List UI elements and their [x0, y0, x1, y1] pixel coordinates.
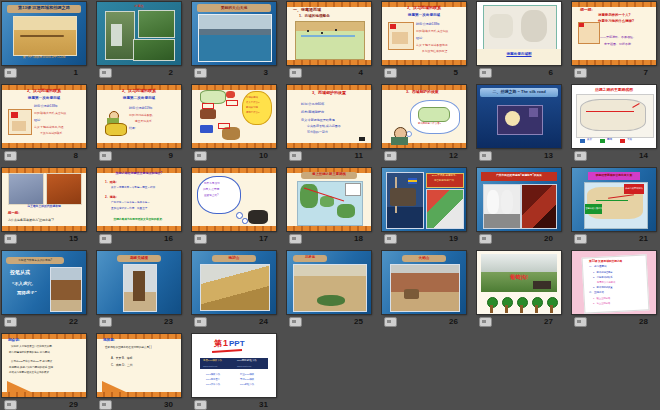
slide-thumbnail-20[interactable]: 广州市民近距离感受“哥德堡号”的风采 — [477, 168, 561, 231]
notebook-paper — [582, 254, 650, 313]
transition-icon[interactable] — [289, 234, 302, 244]
slide-footer: 9 — [97, 150, 181, 162]
transition-icon[interactable] — [479, 317, 492, 327]
slide-thumbnail-18[interactable]: 海上丝绸之路主要路线 — [287, 168, 371, 231]
transition-icon[interactable] — [574, 68, 587, 78]
slide-thumbnail-13[interactable]: 二、丝绸之路 ~ The silk road — [477, 85, 561, 148]
transition-icon[interactable] — [99, 151, 112, 161]
transition-icon[interactable] — [574, 317, 587, 327]
slide-shape — [550, 305, 553, 313]
slide-thumbnail-12[interactable]: 3、西域都护的设置西域都护是个什么官? — [382, 85, 466, 148]
slide-footer: 23 — [97, 316, 181, 328]
slide-thumbnail-7[interactable]: 想一想:张骞是怎样的一个人?你要学习他的什么精神?——开拓进取、不畏艰险、忠于祖… — [572, 2, 656, 65]
slide-text: 1、陆路: — [105, 181, 117, 184]
slide-thumbnail-14[interactable]: 丝绸之路的主要路线图长安西域大秦 — [572, 85, 656, 148]
slide-thumbnail-21[interactable]: 班超经营西域和甘英出使大秦班超出使西域路线甘英出使大秦路线 — [572, 168, 656, 231]
slide-thumbnail-28[interactable]: 第13课 汉通西域和丝绸之路一、张骞通西域1、西域的地理概念2、汉与西域的联系张… — [572, 251, 656, 314]
slide-cell-20: 广州市民近距离感受“哥德堡号”的风采20 — [477, 168, 561, 246]
slide-thumbnail-24[interactable]: 鸣沙山 — [192, 251, 276, 314]
slide-thumbnail-27[interactable]: 葡萄沟! — [477, 251, 561, 314]
transition-icon[interactable] — [99, 400, 112, 410]
slide-title: 二、丝绸之路 ~ The silk road — [477, 90, 561, 95]
slide-text: 3、西域都护的设置 — [593, 286, 613, 289]
transition-icon[interactable] — [4, 151, 17, 161]
slide-sorter: 第13课 汉通西域和丝绸之路第一PPT模板网 WWW.1PPT.COM1张骞墓2… — [0, 0, 660, 410]
pomegranate — [226, 91, 235, 98]
transition-icon[interactable] — [99, 234, 112, 244]
transition-icon[interactable] — [289, 151, 302, 161]
photo-trees — [138, 10, 175, 38]
slide-thumbnail-26[interactable]: 火焰山 — [382, 251, 466, 314]
transition-icon[interactable] — [4, 400, 17, 410]
transition-icon[interactable] — [4, 234, 17, 244]
border-bottom — [382, 60, 466, 65]
transition-icon[interactable] — [289, 68, 302, 78]
photo-mountain — [390, 264, 460, 312]
slide-thumbnail-1[interactable]: 第13课 汉通西域和丝绸之路第一PPT模板网 WWW.1PPT.COM — [2, 2, 86, 65]
slide-thumbnail-30[interactable]: 选择题:世界闻名的丝绸之路在汉朝时的起点是( )A、长安 B、洛阳C、成都 D、… — [97, 334, 181, 397]
transition-icon[interactable] — [384, 317, 397, 327]
slide-text: www.1ppt.com — [237, 365, 251, 368]
transition-icon[interactable] — [99, 317, 112, 327]
transition-icon[interactable] — [574, 151, 587, 161]
slide-thumbnail-5[interactable]: 2、汉与西域的联系张骞第一次出使西域时间:公元前138年目的:联络大月氏,夹击匈… — [382, 2, 466, 65]
transition-icon[interactable] — [479, 151, 492, 161]
slide-thumbnail-15[interactable]: 马王堆出土的汉代丝绸衣物想一想:为什么这条商路被称为“丝绸之路”? — [2, 168, 86, 231]
transition-icon[interactable] — [384, 68, 397, 78]
transition-icon[interactable] — [4, 68, 17, 78]
transition-icon[interactable] — [99, 68, 112, 78]
slide-thumbnail-11[interactable]: 3、西域都护的设置时间:公元前60年机构:西域都护府意义:今新疆地区开始隶属中央… — [287, 85, 371, 148]
slide-thumbnail-8[interactable]: 2、汉与西域的联系张骞第一次出使西域时间:公元前138年目的:联络大月氏,夹击匈… — [2, 85, 86, 148]
slide-text: 甘英出使大秦路线 — [586, 207, 602, 209]
transition-icon[interactable] — [194, 68, 207, 78]
slide-text: 时间:公元前60年 — [301, 103, 325, 107]
slide-thumbnail-16[interactable]: 丝绸之路经过哪些主要地点和地区?1、陆路:长安→河西走廊→今新疆→西亚→欧洲2、… — [97, 168, 181, 231]
transition-icon[interactable] — [384, 234, 397, 244]
photo-dunes — [200, 264, 270, 311]
slide-thumbnail-17[interactable]: 如果你是汉朝的商人,会带哪些货物上路? — [192, 168, 276, 231]
slide-thumbnail-25[interactable]: 月牙泉 — [287, 251, 371, 314]
slide-text: 班超出使西域路线 — [625, 187, 644, 190]
slide-text: 之路成为东西方经济文化交流的桥梁。 — [9, 372, 52, 375]
slide-thumbnail-29[interactable]: 我会说:汉朝时,人们把甘肃玉门关和阳关以西,即今新疆地区和更远的地方,称为西域。… — [2, 334, 86, 397]
slide-thumbnail-19[interactable]: 2006年瑞典“哥德堡号”仿古帆船抵达广州 — [382, 168, 466, 231]
transition-icon[interactable] — [574, 234, 587, 244]
border-bottom — [97, 226, 181, 231]
transition-icon[interactable] — [384, 151, 397, 161]
transition-icon[interactable] — [194, 151, 207, 161]
transition-icon[interactable] — [194, 234, 207, 244]
transition-icon[interactable] — [4, 317, 17, 327]
slide-text: 一、张骞通西域 — [589, 266, 607, 269]
slide-thumbnail-2[interactable]: 张骞墓 — [97, 2, 181, 65]
slide-thumbnail-23[interactable]: 嘉峪关城楼 — [97, 251, 181, 314]
slide-cell-3: 美丽的天山天池3 — [192, 2, 276, 80]
slide-shape — [202, 103, 214, 109]
slide-thumbnail-6[interactable]: 张骞出使西域图 — [477, 2, 561, 65]
slide-title: 鸣沙山 — [192, 256, 276, 260]
slide-title: 班超经营西域和甘英出使大秦 — [588, 174, 640, 177]
transition-icon[interactable] — [479, 68, 492, 78]
slide-cell-9: 2、汉与西域的联系张骞第二次出使西域时间:公元前119年目的:访问西域各国,建立… — [97, 85, 181, 163]
slide-number: 12 — [449, 152, 458, 160]
slide-thumbnail-4[interactable]: 一、张骞通西域1、西域的地理概念 — [287, 2, 371, 65]
slide-text: 1、西域的地理概念 — [593, 271, 613, 274]
slide-thumbnail-22[interactable]: 你知道与班超有关的故事吗?投笔从戎“不入虎穴,焉得虎子” — [2, 251, 86, 314]
transition-icon[interactable] — [289, 317, 302, 327]
slide-cell-17: 如果你是汉朝的商人,会带哪些货物上路?17 — [192, 168, 276, 246]
slide-thumbnail-3[interactable]: 美丽的天山天池 — [192, 2, 276, 65]
slide-thumbnail-9[interactable]: 2、汉与西域的联系张骞第二次出使西域时间:公元前119年目的:访问西域各国,建立… — [97, 85, 181, 148]
slide-thumbnail-31[interactable]: 第1PPT免费PPT模板下载PPT素材/教程下载www.1ppt.comwww.… — [192, 334, 276, 397]
photo-silk-robe — [46, 173, 82, 205]
slide-number: 20 — [544, 235, 553, 243]
slide-text: 中央政府管辖,成为我国不 — [307, 125, 341, 128]
label-green — [585, 204, 602, 214]
transition-icon[interactable] — [194, 400, 207, 410]
slide-thumbnail-10[interactable]: 汉朝从西域传入了什么?西域从汉朝得到了什么? — [192, 85, 276, 148]
photo-lake — [198, 14, 272, 62]
horse — [200, 109, 216, 119]
slide-shape — [218, 123, 230, 129]
slide-number: 18 — [354, 235, 363, 243]
slide-text: PPT教程下载 — [240, 384, 254, 387]
transition-icon[interactable] — [479, 234, 492, 244]
transition-icon[interactable] — [194, 317, 207, 327]
